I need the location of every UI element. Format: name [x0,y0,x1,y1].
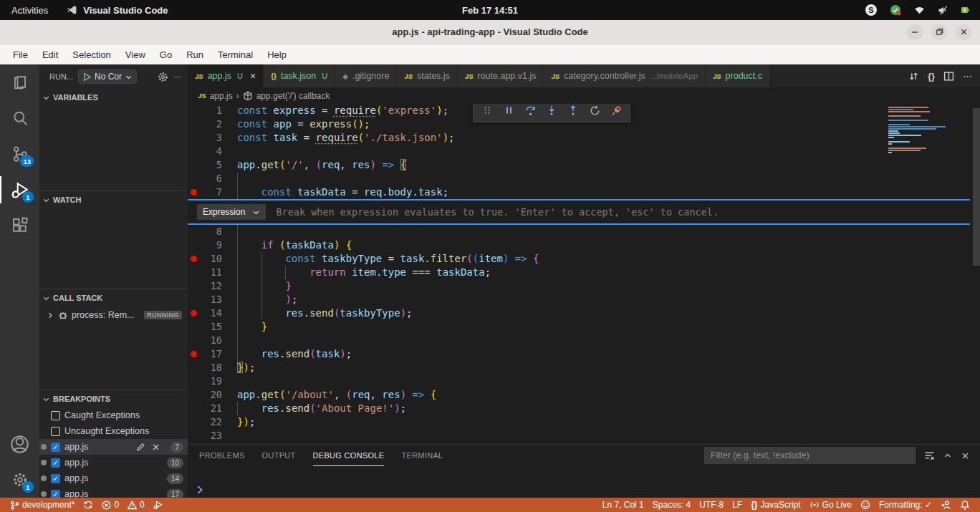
breadcrumb[interactable]: JS app.js › app.get('/') callback [188,87,980,104]
menu-run[interactable]: Run [179,44,211,64]
file-breakpoint-row[interactable]: ✓app.js7 [39,439,188,455]
wifi-icon[interactable] [914,5,925,15]
editor-gutter[interactable]: 17 [188,347,237,361]
panel-tab-terminal[interactable]: TERMINAL [401,445,443,466]
chevron-up-icon[interactable] [943,451,952,460]
close-icon[interactable] [961,451,970,460]
code-line-text[interactable]: }); [237,415,255,429]
line-number[interactable]: 16 [199,334,237,347]
editor-gutter[interactable]: 14 [188,306,237,320]
panel-tab-output[interactable]: OUTPUT [262,445,296,466]
gutter-breakpoint-zone[interactable] [188,351,199,357]
step-out-button[interactable] [564,104,582,120]
restore-button[interactable] [931,24,947,40]
gutter-breakpoint-zone[interactable] [188,256,199,262]
code-line-text[interactable]: const taskData = req.body.task; [237,185,448,199]
status-feedback[interactable] [856,500,875,510]
tab-route-app-v1-js[interactable]: JSroute.app.v1.js [458,64,544,87]
status-go-live[interactable]: Go Live [805,500,856,510]
editor-gutter[interactable]: 8 [188,225,237,238]
breakpoint-gutter-dot[interactable] [191,189,197,195]
breakpoint-gutter-dot[interactable] [191,351,197,357]
code-line-text[interactable]: app.get('/about', (req, res) => { [237,388,436,402]
breakpoints-section-header[interactable]: BREAKPOINTS [39,390,188,407]
breakpoint-gutter-dot[interactable] [191,310,197,317]
editor-gutter[interactable]: 15 [188,320,237,334]
code-line-text[interactable]: if (taskData) { [237,238,352,252]
code-line-text[interactable]: res.send('About Page!'); [237,402,406,415]
editor-gutter[interactable]: 13 [188,293,237,306]
file-breakpoint-row[interactable]: ✓app.js10 [39,455,188,470]
activity-extensions[interactable] [0,208,39,243]
line-number[interactable]: 1 [199,104,237,117]
activities-button[interactable]: Activities [11,5,48,16]
breakpoint-checkbox[interactable]: ✓ [51,490,60,498]
breakpoint-gutter-dot[interactable] [191,256,197,262]
activity-search[interactable] [0,100,39,136]
menu-go[interactable]: Go [153,44,179,64]
menu-edit[interactable]: Edit [35,44,65,64]
debug-config-dropdown[interactable]: No Cor [78,69,137,84]
status-warnings-status[interactable]: 0 [123,498,149,512]
breadcrumb-file[interactable]: app.js [210,91,233,101]
line-number[interactable]: 9 [199,238,237,252]
step-over-button[interactable] [521,104,539,120]
tab-app-js[interactable]: JSapp.jsU× [188,64,264,87]
more-icon[interactable]: ⋯ [963,71,973,82]
minimap[interactable] [888,107,969,156]
code-line-text[interactable]: const taskbyType = task.filter((item) =>… [237,252,539,266]
editor-gutter[interactable]: 10 [188,252,237,266]
editor-gutter[interactable]: 18 [188,361,237,375]
line-number[interactable]: 20 [199,388,237,402]
exception-breakpoint-row[interactable]: Uncaught Exceptions [39,423,188,439]
variables-section-header[interactable]: VARIABLES [39,89,188,106]
file-breakpoint-row[interactable]: ✓app.js17 [39,486,188,498]
editor-gutter[interactable]: 12 [188,279,237,293]
line-number[interactable]: 15 [199,320,237,334]
status-sync-status[interactable] [79,498,97,512]
breakpoint-checkbox[interactable] [51,411,60,420]
editor-gutter[interactable]: 16 [188,334,237,347]
code-line-text[interactable]: app.get('/', (req, res) => { [237,158,406,172]
watch-section-header[interactable]: WATCH [39,191,188,208]
editor-gutter[interactable]: 6 [188,172,237,185]
edit-breakpoint-icon[interactable] [136,443,145,452]
drag-grip-button[interactable] [478,104,496,120]
code-line-text[interactable]: return item.type === taskData; [237,266,491,279]
editor-gutter[interactable]: 2 [188,117,237,131]
breakpoint-expression-input[interactable]: Break when expression evaluates to true.… [276,206,719,218]
activity-explorer[interactable] [0,64,39,100]
code-line-text[interactable]: const app = express(); [237,117,370,131]
line-number[interactable]: 18 [199,361,237,375]
debug-filter-input[interactable] [704,447,916,464]
status-formatting[interactable]: Formatting: ✓ [875,500,936,510]
activity-run-and-debug[interactable]: 1 [0,172,39,208]
exception-breakpoint-row[interactable]: Caught Exceptions [39,407,188,423]
code-line-text[interactable]: ); [237,293,297,306]
status-encoding[interactable]: UTF-8 [695,500,728,510]
line-number[interactable]: 21 [199,402,237,415]
breadcrumb-symbol[interactable]: app.get('/') callback [256,91,330,101]
line-number[interactable]: 11 [199,266,237,279]
step-into-button[interactable] [542,104,561,120]
battery-icon[interactable] [961,4,970,16]
clock[interactable]: Feb 17 14:51 [462,5,518,16]
panel-tab-problems[interactable]: PROBLEMS [199,445,245,466]
line-number[interactable]: 8 [199,225,237,238]
tab-category-controller-js[interactable]: JScategory.controller.js.../mobileApp [544,64,705,87]
line-number[interactable]: 13 [199,293,237,306]
file-breakpoint-row[interactable]: ✓app.js14 [39,470,188,486]
editor-gutter[interactable]: 5 [188,158,237,172]
start-debug-icon[interactable] [82,72,92,82]
editor-scrollbar[interactable] [973,108,980,266]
remove-breakpoint-icon[interactable] [151,443,160,452]
breakpoint-checkbox[interactable]: ✓ [51,458,60,468]
code-line-text[interactable]: const express = require('express'); [237,104,448,117]
editor-gutter[interactable]: 11 [188,266,237,279]
menu-terminal[interactable]: Terminal [211,44,260,64]
activity-source-control[interactable]: 13 [0,136,39,172]
activity-settings[interactable]: 1 [0,462,39,498]
swap-arrows-icon[interactable] [908,71,919,82]
focused-app-menu[interactable]: Visual Studio Code [67,5,168,16]
gutter-breakpoint-zone[interactable] [188,310,199,317]
